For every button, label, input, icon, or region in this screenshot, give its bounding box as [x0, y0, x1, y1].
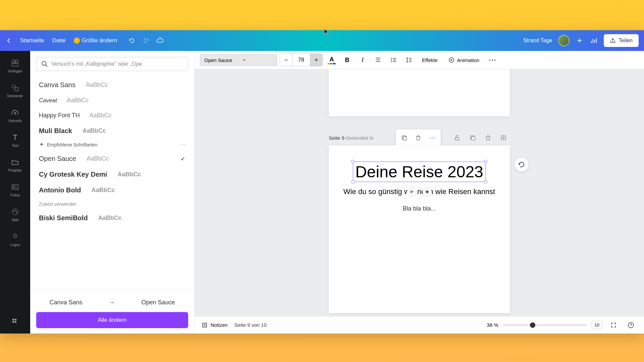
svg-point-10: [16, 212, 17, 213]
page-thumbnails-button[interactable]: 10: [592, 321, 602, 329]
font-item[interactable]: Cy Grotesk Key Demi AaBbCc: [36, 167, 188, 182]
resize-menu[interactable]: Größe ändern: [74, 37, 117, 44]
svg-point-9: [15, 210, 16, 211]
delete-button[interactable]: [412, 131, 425, 144]
svg-rect-1: [15, 60, 18, 63]
rail-logos[interactable]: Logos: [0, 228, 30, 251]
rail-uploads[interactable]: Uploads: [0, 104, 30, 127]
fullscreen-button[interactable]: [607, 319, 620, 331]
rail-elements[interactable]: Elemente: [0, 79, 30, 103]
chevron-down-icon: [242, 58, 246, 62]
spacing-button[interactable]: [402, 54, 415, 66]
duplicate-page-button[interactable]: [466, 131, 479, 144]
page-9[interactable]: Deine Reise 2023 Wie du so günstig wie n…: [329, 145, 510, 313]
app-header: Startseite Datei Größe ändern Strand Tag…: [0, 30, 644, 51]
search-icon: [41, 61, 48, 67]
element-context-toolbar: ⋯: [396, 129, 441, 146]
sparkle-icon: [39, 142, 44, 147]
font-family-dropdown[interactable]: Open Sauce: [200, 54, 277, 66]
canvas[interactable]: Seite 9 - Seitentitel hi ⋯: [195, 69, 644, 316]
lock-page-button[interactable]: [451, 131, 464, 144]
insights-button[interactable]: [590, 37, 598, 45]
more-icon[interactable]: ⋯: [181, 142, 185, 147]
svg-point-15: [42, 61, 46, 65]
font-search[interactable]: [36, 57, 188, 71]
svg-rect-14: [15, 321, 16, 323]
font-size-input[interactable]: [292, 54, 310, 66]
svg-rect-21: [403, 137, 407, 140]
notes-icon: [201, 322, 208, 328]
font-item[interactable]: Caveat AaBbCc: [36, 93, 188, 108]
selected-heading-text[interactable]: Deine Reise 2023: [353, 162, 486, 182]
user-avatar[interactable]: [558, 35, 570, 46]
rail-styles[interactable]: Stile: [0, 203, 30, 227]
body-text[interactable]: Bla bla bla...: [339, 205, 500, 212]
svg-rect-24: [472, 137, 475, 140]
bottom-bar: Notizen Seite 9 von 10 38 % 10: [195, 316, 644, 334]
apply-all-button[interactable]: Alle ändern: [36, 312, 188, 328]
undo-button[interactable]: [128, 37, 136, 45]
font-item[interactable]: Muli Black AaBbCc: [36, 123, 188, 139]
bold-button[interactable]: B: [341, 54, 354, 66]
font-size-control: − +: [280, 54, 323, 66]
svg-rect-13: [15, 319, 16, 320]
font-item[interactable]: Canva Sans AaBbCc: [36, 77, 188, 93]
cloud-save-icon[interactable]: [156, 37, 164, 45]
page-8-preview[interactable]: [329, 69, 510, 116]
recent-fonts-section: Zuletzt verwendet: [36, 198, 188, 210]
text-toolbar: Open Sauce − + A B I: [195, 51, 644, 69]
home-link[interactable]: Startseite: [20, 37, 44, 44]
font-item[interactable]: Happy Font TH AaBbCc: [36, 108, 188, 123]
font-size-increase[interactable]: +: [310, 54, 322, 66]
project-name[interactable]: Strand Tage: [523, 38, 552, 44]
font-item[interactable]: Antonio Bold AaBbCc: [36, 182, 188, 198]
help-button[interactable]: [625, 319, 637, 331]
effects-button[interactable]: Effekte: [418, 55, 441, 66]
animation-icon: [448, 57, 455, 63]
italic-button[interactable]: I: [356, 54, 369, 66]
svg-point-18: [391, 61, 392, 62]
more-options-button[interactable]: ⋯: [486, 54, 499, 66]
zoom-slider[interactable]: [503, 324, 587, 326]
svg-rect-2: [12, 63, 18, 66]
animation-button[interactable]: Animation: [444, 54, 483, 66]
font-change-preview: Canva Sans → Open Sauce: [36, 296, 188, 312]
delete-page-button[interactable]: [482, 131, 494, 144]
font-item[interactable]: Open Sauce AaBbCc: [36, 151, 188, 167]
rotate-handle[interactable]: ⟳: [407, 187, 416, 196]
text-color-button[interactable]: A: [325, 54, 338, 66]
font-size-decrease[interactable]: −: [280, 54, 292, 66]
svg-rect-22: [455, 137, 459, 140]
share-button[interactable]: Teilen: [604, 34, 639, 47]
list-button[interactable]: [387, 54, 400, 66]
zoom-level: 38 %: [487, 322, 498, 328]
align-button[interactable]: [372, 54, 384, 66]
add-collaborator-button[interactable]: [576, 37, 584, 45]
regenerate-button[interactable]: [515, 158, 529, 172]
font-item[interactable]: Biski SemiBold AaBbCc: [36, 210, 188, 226]
recommended-fonts-section: Empfohlene Schriftarten ⋯: [36, 139, 188, 151]
svg-point-7: [12, 209, 18, 215]
back-button[interactable]: [5, 37, 12, 44]
page-counter: Seite 9 von 10: [234, 322, 267, 328]
page-header: Seite 9 - Seitentitel hi ⋯: [329, 131, 510, 144]
rail-templates[interactable]: Vorlagen: [0, 54, 30, 78]
font-search-input[interactable]: [51, 61, 183, 67]
svg-rect-0: [12, 60, 15, 63]
notes-button[interactable]: Notizen: [201, 322, 228, 328]
redo-button[interactable]: [142, 37, 150, 45]
rail-projects[interactable]: Projekte: [0, 154, 30, 177]
add-page-button[interactable]: [497, 131, 510, 144]
rail-text[interactable]: Text: [0, 129, 30, 152]
svg-rect-11: [12, 319, 14, 320]
duplicate-button[interactable]: [398, 131, 411, 144]
rail-more[interactable]: [0, 313, 30, 330]
svg-point-6: [13, 186, 15, 187]
svg-point-16: [391, 58, 392, 59]
svg-rect-4: [15, 87, 18, 91]
more-button[interactable]: ⋯: [426, 131, 439, 144]
page-title-input[interactable]: Seitentitel hi: [346, 135, 374, 141]
file-menu[interactable]: Datei: [52, 37, 66, 44]
move-handle[interactable]: ✥: [422, 187, 432, 196]
rail-photos[interactable]: Fotos: [0, 178, 30, 202]
